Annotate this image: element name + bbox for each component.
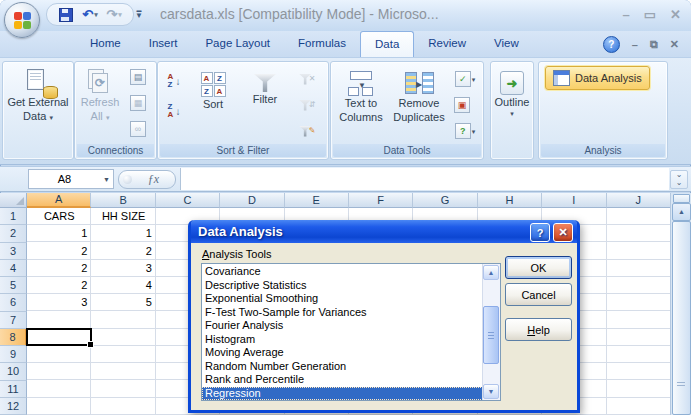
minimize-icon[interactable]: – bbox=[623, 7, 630, 22]
analysis-tool-item[interactable]: Moving Average bbox=[202, 346, 483, 360]
insert-function-button[interactable]: ƒx bbox=[118, 170, 176, 189]
cell-column-b[interactable]: 3 bbox=[91, 260, 155, 277]
dialog-title-bar[interactable]: Data Analysis ? ✕ bbox=[191, 220, 577, 243]
select-all-corner[interactable] bbox=[0, 193, 27, 208]
outline-button[interactable]: Outline ▾ bbox=[491, 66, 533, 117]
advanced-filter-button[interactable]: ✎ bbox=[296, 120, 318, 142]
cell-column-b[interactable]: 5 bbox=[91, 294, 155, 311]
listbox-scrollbar[interactable]: ▲ ▼ bbox=[482, 264, 500, 400]
data-analysis-button[interactable]: Data Analysis bbox=[545, 66, 650, 90]
cell-column-a[interactable] bbox=[27, 398, 91, 415]
column-header[interactable]: G bbox=[413, 193, 477, 208]
column-header[interactable]: C bbox=[156, 193, 220, 208]
ribbon-tab[interactable]: View bbox=[480, 31, 533, 57]
office-button[interactable] bbox=[4, 2, 40, 38]
split-handle[interactable] bbox=[673, 194, 690, 203]
analysis-tool-item[interactable]: F-Test Two-Sample for Variances bbox=[202, 306, 483, 320]
ribbon-tab[interactable]: Home bbox=[76, 31, 135, 57]
data-validation-button[interactable]: ✓▾ bbox=[451, 68, 479, 90]
analysis-tool-item[interactable]: Covariance bbox=[202, 265, 483, 279]
name-box[interactable]: A8 ▼ bbox=[28, 169, 114, 189]
name-box-dropdown-icon[interactable]: ▼ bbox=[100, 176, 113, 183]
help-icon[interactable]: ? bbox=[603, 36, 620, 53]
column-header[interactable]: I bbox=[542, 193, 606, 208]
column-header[interactable]: H bbox=[478, 193, 542, 208]
row-header[interactable]: 7 bbox=[0, 312, 27, 329]
ribbon-tab[interactable]: Review bbox=[414, 31, 480, 57]
analysis-tool-item[interactable]: Exponential Smoothing bbox=[202, 292, 483, 306]
analysis-tool-item[interactable]: Histogram bbox=[202, 333, 483, 347]
cell-column-a[interactable] bbox=[27, 312, 91, 329]
workbook-close-icon[interactable]: ✕ bbox=[670, 38, 679, 51]
cell-column-b[interactable]: 2 bbox=[91, 243, 155, 260]
undo-dropdown-icon[interactable]: ▾ bbox=[94, 11, 98, 19]
remove-duplicates-button[interactable]: ▶ Remove Duplicates bbox=[389, 66, 449, 124]
dialog-close-icon[interactable]: ✕ bbox=[553, 223, 573, 242]
cell-column-b[interactable]: 1 bbox=[91, 225, 155, 242]
consolidate-button[interactable]: ▣ bbox=[451, 94, 473, 116]
what-if-analysis-button[interactable]: ?▾ bbox=[451, 120, 479, 142]
analysis-tool-item[interactable]: Random Number Generation bbox=[202, 360, 483, 374]
cell-column-b[interactable]: 4 bbox=[91, 277, 155, 294]
ribbon-tab[interactable]: Formulas bbox=[284, 31, 360, 57]
row-header[interactable]: 12 bbox=[0, 398, 27, 415]
redo-button[interactable]: ▾ bbox=[103, 6, 125, 23]
cell-column-b[interactable] bbox=[91, 312, 155, 329]
sort-descending-button[interactable]: ZA↓ bbox=[163, 100, 185, 122]
row-header[interactable]: 1 bbox=[0, 208, 27, 225]
cell-column-a[interactable]: 2 bbox=[27, 277, 91, 294]
row-header[interactable]: 10 bbox=[0, 363, 27, 380]
help-button[interactable]: Help bbox=[505, 318, 572, 341]
analysis-tool-item[interactable]: Descriptive Statistics bbox=[202, 279, 483, 293]
workbook-restore-icon[interactable]: ⧉ bbox=[650, 38, 658, 51]
cancel-button[interactable]: Cancel bbox=[505, 283, 572, 306]
row-header[interactable]: 11 bbox=[0, 381, 27, 398]
analysis-tool-item[interactable]: Regression bbox=[202, 387, 483, 401]
properties-button[interactable]: ▦ bbox=[127, 92, 149, 114]
formula-input[interactable] bbox=[180, 168, 669, 190]
ribbon-tab[interactable]: Data bbox=[360, 31, 414, 57]
cell-column-a[interactable]: 2 bbox=[27, 243, 91, 260]
vertical-scrollbar[interactable]: ▲ bbox=[670, 193, 691, 415]
row-header[interactable]: 3 bbox=[0, 243, 27, 260]
analysis-tools-listbox[interactable]: Covariance Descriptive Statistics Expone… bbox=[201, 263, 501, 401]
dialog-help-icon[interactable]: ? bbox=[530, 223, 550, 242]
listbox-scroll-up-icon[interactable]: ▲ bbox=[483, 265, 499, 280]
cell-column-a[interactable]: 3 bbox=[27, 294, 91, 311]
text-to-columns-button[interactable]: ▼ Text to Columns bbox=[335, 66, 387, 124]
row-header[interactable]: 4 bbox=[0, 260, 27, 277]
connections-button[interactable]: ▤ bbox=[127, 66, 149, 88]
maximize-icon[interactable]: ▭ bbox=[644, 7, 656, 22]
expand-formula-bar-icon[interactable]: ⌄⌄ bbox=[670, 170, 688, 189]
clear-filter-button[interactable]: ✕ bbox=[296, 68, 318, 90]
cell-column-b[interactable] bbox=[91, 346, 155, 363]
listbox-scrollbar-thumb[interactable] bbox=[483, 306, 499, 364]
cell-column-a[interactable] bbox=[27, 381, 91, 398]
close-icon[interactable]: ✕ bbox=[670, 7, 681, 22]
column-header[interactable]: A bbox=[27, 193, 91, 208]
get-external-data-button[interactable]: Get External Data ▾ bbox=[3, 66, 73, 123]
scrollbar-thumb[interactable] bbox=[672, 221, 691, 415]
sort-button[interactable]: AZZA Sort bbox=[190, 66, 236, 111]
analysis-tool-item[interactable]: Fourier Analysis bbox=[202, 319, 483, 333]
workbook-minimize-icon[interactable]: – bbox=[632, 39, 638, 51]
cell-column-b[interactable] bbox=[91, 363, 155, 380]
cell-column-a[interactable]: 2 bbox=[27, 260, 91, 277]
qat-customize-icon[interactable] bbox=[135, 8, 143, 18]
column-header[interactable]: J bbox=[607, 193, 671, 208]
column-header[interactable]: D bbox=[220, 193, 284, 208]
sort-ascending-button[interactable]: AZ↓ bbox=[163, 70, 185, 92]
column-header[interactable]: E bbox=[285, 193, 349, 208]
cell-column-b[interactable]: HH SIZE bbox=[91, 208, 155, 225]
scroll-up-icon[interactable]: ▲ bbox=[672, 203, 691, 221]
active-cell-selection[interactable] bbox=[26, 328, 92, 346]
redo-dropdown-icon[interactable]: ▾ bbox=[118, 11, 122, 19]
cell-column-b[interactable] bbox=[91, 381, 155, 398]
listbox-scroll-down-icon[interactable]: ▼ bbox=[483, 384, 499, 399]
row-header[interactable]: 8 bbox=[0, 329, 27, 346]
column-header[interactable]: B bbox=[91, 193, 155, 208]
row-header[interactable]: 5 bbox=[0, 277, 27, 294]
ribbon-tab[interactable]: Page Layout bbox=[191, 31, 284, 57]
cell-column-a[interactable] bbox=[27, 346, 91, 363]
column-header[interactable]: F bbox=[349, 193, 413, 208]
